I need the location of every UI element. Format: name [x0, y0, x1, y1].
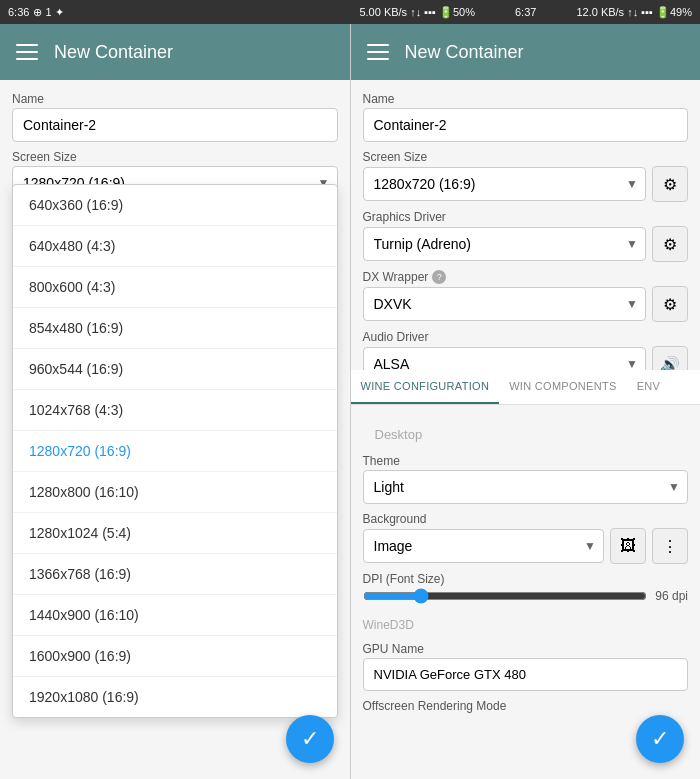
status-right-right: 12.0 KB/s ↑↓ ▪▪▪ 🔋49%: [576, 6, 692, 19]
right-screen-size-select[interactable]: 1280x720 (16:9): [363, 167, 647, 201]
left-menu-icon[interactable]: [16, 44, 38, 60]
background-photo-icon[interactable]: 🖼: [610, 528, 646, 564]
dropdown-item-11[interactable]: 1600x900 (16:9): [13, 636, 337, 677]
screen-size-dropdown: 640x360 (16:9) 640x480 (4:3) 800x600 (4:…: [12, 184, 338, 718]
right-panel-title: New Container: [405, 42, 524, 63]
dropdown-item-12[interactable]: 1920x1080 (16:9): [13, 677, 337, 717]
right-dpi-group: DPI (Font Size) 96 dpi: [363, 572, 689, 604]
dropdown-item-0[interactable]: 640x360 (16:9): [13, 185, 337, 226]
right-menu-icon[interactable]: [367, 44, 389, 60]
dropdown-item-6[interactable]: 1280x720 (16:9): [13, 431, 337, 472]
right-fab-check[interactable]: ✓: [636, 715, 684, 763]
right-background-select[interactable]: Image: [363, 529, 605, 563]
tab-env[interactable]: ENV: [627, 370, 671, 404]
status-bar: 6:36 ⊕ 1 ✦ 5.00 KB/s ↑↓ ▪▪▪ 🔋50% 6:37 12…: [0, 0, 700, 24]
right-gpu-name-group: GPU Name: [363, 642, 689, 691]
right-dx-label: DX Wrapper: [363, 270, 429, 284]
main-split: New Container Name Screen Size 1280x720 …: [0, 24, 700, 779]
status-left: 6:36 ⊕ 1 ✦: [8, 6, 64, 19]
right-name-input[interactable]: [363, 108, 689, 142]
left-name-input[interactable]: [12, 108, 338, 142]
left-app-bar: New Container: [0, 24, 350, 80]
tabs-bar: WINE CONFIGURATION WIN COMPONENTS ENV: [351, 370, 701, 405]
dropdown-item-2[interactable]: 800x600 (4:3): [13, 267, 337, 308]
right-offscreen-label: Offscreen Rendering Mode: [363, 699, 689, 713]
audio-speaker-icon[interactable]: 🔊: [652, 346, 688, 370]
right-screen-size-group: Screen Size 1280x720 (16:9) ▼ ⚙: [363, 150, 689, 202]
left-name-label: Name: [12, 92, 338, 106]
tab-wine-configuration[interactable]: WINE CONFIGURATION: [351, 370, 500, 404]
right-graphics-driver-group: Graphics Driver Turnip (Adreno) ▼ ⚙: [363, 210, 689, 262]
screen-size-settings-icon[interactable]: ⚙: [652, 166, 688, 202]
status-right-left: 5.00 KB/s ↑↓ ▪▪▪ 🔋50%: [359, 6, 475, 19]
right-theme-select[interactable]: Light: [363, 470, 689, 504]
right-form-top: Name Screen Size 1280x720 (16:9) ▼ ⚙ Gra…: [351, 80, 701, 370]
background-extra-icon[interactable]: ⋮: [652, 528, 688, 564]
desktop-section-label: Desktop: [363, 417, 689, 446]
time-left: 6:36: [8, 6, 29, 18]
right-dx-select[interactable]: DXVK: [363, 287, 647, 321]
right-background-group: Background Image ▼ 🖼 ⋮: [363, 512, 689, 564]
right-theme-label: Theme: [363, 454, 689, 468]
dropdown-item-4[interactable]: 960x544 (16:9): [13, 349, 337, 390]
right-app-bar: New Container: [351, 24, 701, 80]
dropdown-item-5[interactable]: 1024x768 (4:3): [13, 390, 337, 431]
dropdown-item-7[interactable]: 1280x800 (16:10): [13, 472, 337, 513]
dropdown-item-1[interactable]: 640x480 (4:3): [13, 226, 337, 267]
right-audio-label: Audio Driver: [363, 330, 689, 344]
dpi-slider[interactable]: [363, 588, 648, 604]
dx-help-icon[interactable]: ?: [432, 270, 446, 284]
dx-settings-icon[interactable]: ⚙: [652, 286, 688, 322]
wine3d-section-label: WineD3D: [363, 612, 689, 634]
left-panel: New Container Name Screen Size 1280x720 …: [0, 24, 351, 779]
graphics-settings-icon[interactable]: ⚙: [652, 226, 688, 262]
right-dx-wrapper-group: DX Wrapper ? DXVK ▼ ⚙: [363, 270, 689, 322]
right-graphics-select[interactable]: Turnip (Adreno): [363, 227, 647, 261]
tab-win-components[interactable]: WIN COMPONENTS: [499, 370, 626, 404]
dropdown-item-9[interactable]: 1366x768 (16:9): [13, 554, 337, 595]
right-graphics-label: Graphics Driver: [363, 210, 689, 224]
right-dpi-label: DPI (Font Size): [363, 572, 689, 586]
right-audio-select[interactable]: ALSA: [363, 347, 647, 370]
left-fab-check[interactable]: ✓: [286, 715, 334, 763]
right-gpu-label: GPU Name: [363, 642, 689, 656]
dropdown-item-3[interactable]: 854x480 (16:9): [13, 308, 337, 349]
dropdown-item-10[interactable]: 1440x900 (16:10): [13, 595, 337, 636]
time-right: 6:37: [515, 6, 536, 19]
dpi-value-label: 96 dpi: [655, 589, 688, 603]
right-theme-group: Theme Light ▼: [363, 454, 689, 504]
right-name-label: Name: [363, 92, 689, 106]
right-name-group: Name: [363, 92, 689, 142]
left-panel-title: New Container: [54, 42, 173, 63]
right-background-label: Background: [363, 512, 689, 526]
dropdown-item-8[interactable]: 1280x1024 (5:4): [13, 513, 337, 554]
left-screen-size-label: Screen Size: [12, 150, 338, 164]
icons-left: ⊕ 1 ✦: [33, 6, 63, 19]
right-screen-size-label: Screen Size: [363, 150, 689, 164]
right-panel: New Container Name Screen Size 1280x720 …: [351, 24, 701, 779]
right-audio-group: Audio Driver ALSA ▼ 🔊: [363, 330, 689, 370]
left-name-field-group: Name: [12, 92, 338, 142]
right-gpu-input[interactable]: [363, 658, 689, 691]
